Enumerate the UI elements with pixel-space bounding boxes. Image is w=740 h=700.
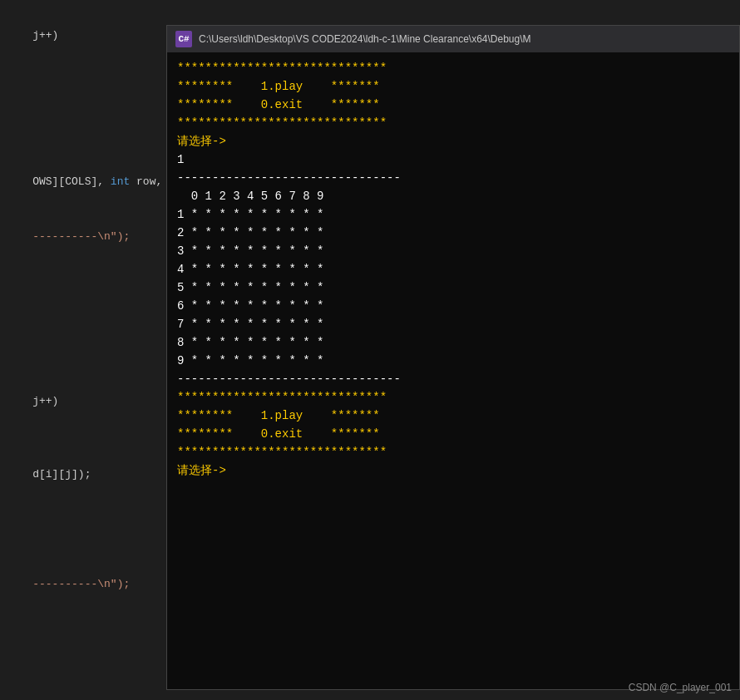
code-line-blank-2 — [0, 81, 166, 100]
code-line-blank-15 — [0, 539, 166, 557]
term-separator-1: -------------------------------- — [177, 169, 729, 187]
code-line-blank-3 — [0, 100, 166, 118]
terminal-window: C# C:\Users\ldh\Desktop\VS CODE2024\ldh-… — [166, 25, 740, 690]
terminal-icon: C# — [175, 31, 192, 47]
code-line-blank-13 — [0, 502, 166, 520]
terminal-icon-label: C# — [178, 34, 189, 44]
term-line-3: ******** 0.exit ******* — [177, 96, 729, 114]
code-line-blank-4 — [0, 118, 166, 136]
code-line-blank-8 — [0, 301, 166, 319]
term-grid-row-9: 9 * * * * * * * * * * — [177, 352, 729, 370]
term-grid-row-3: 3 * * * * * * * * * * — [177, 242, 729, 260]
term-grid-row-5: 5 * * * * * * * * * * — [177, 279, 729, 297]
code-line-j2: j++) — [0, 374, 166, 429]
watermark: CSDN @C_player_001 — [629, 682, 732, 693]
term-grid-row-6: 6 * * * * * * * * * * — [177, 297, 729, 315]
term-line-6: ******** 1.play ******* — [177, 407, 729, 425]
term-line-1: ****************************** — [177, 59, 729, 77]
code-line-blank-10 — [0, 338, 166, 356]
term-prompt-1: 请选择-> — [177, 132, 729, 150]
code-line-sep1: ----------\n"); — [0, 210, 166, 264]
term-line-7: ******** 0.exit ******* — [177, 425, 729, 443]
code-line-blank-14 — [0, 520, 166, 539]
term-grid-row-8: 8 * * * * * * * * * * — [177, 333, 729, 352]
code-line-blank-5 — [0, 136, 166, 155]
term-grid-header: 0 1 2 3 4 5 6 7 8 9 — [177, 187, 729, 205]
term-grid-row-1: 1 * * * * * * * * * * — [177, 205, 729, 224]
term-grid-row-7: 7 * * * * * * * * * * — [177, 315, 729, 333]
code-line-1: j++) — [0, 8, 166, 63]
code-line-blank-1 — [0, 63, 166, 81]
code-line-blank-6 — [0, 264, 166, 283]
code-line-blank-9 — [0, 319, 166, 338]
term-line-4: ****************************** — [177, 114, 729, 132]
code-line-dij: d[i][j]); — [0, 447, 166, 502]
term-grid-row-2: 2 * * * * * * * * * * — [177, 224, 729, 242]
term-prompt-2: 请选择-> — [177, 461, 729, 480]
term-input-1: 1 — [177, 150, 729, 169]
terminal-body[interactable]: ****************************** ******** … — [167, 52, 739, 689]
term-separator-2: -------------------------------- — [177, 370, 729, 388]
term-line-8: ****************************** — [177, 443, 729, 461]
term-grid-row-4: 4 * * * * * * * * * * — [177, 260, 729, 279]
code-line-rows: OWS][COLS], int row, i — [0, 155, 166, 210]
code-editor-panel: j++) OWS][COLS], int row, i ----------\n… — [0, 0, 166, 700]
code-line-blank-7 — [0, 283, 166, 301]
code-line-sep2: ----------\n"); — [0, 557, 166, 612]
term-line-2: ******** 1.play ******* — [177, 77, 729, 96]
code-line-blank-11 — [0, 356, 166, 374]
term-line-5: ****************************** — [177, 388, 729, 407]
terminal-title: C:\Users\ldh\Desktop\VS CODE2024\ldh-c-1… — [199, 33, 531, 45]
code-line-blank-12 — [0, 429, 166, 447]
terminal-titlebar: C# C:\Users\ldh\Desktop\VS CODE2024\ldh-… — [167, 26, 739, 52]
